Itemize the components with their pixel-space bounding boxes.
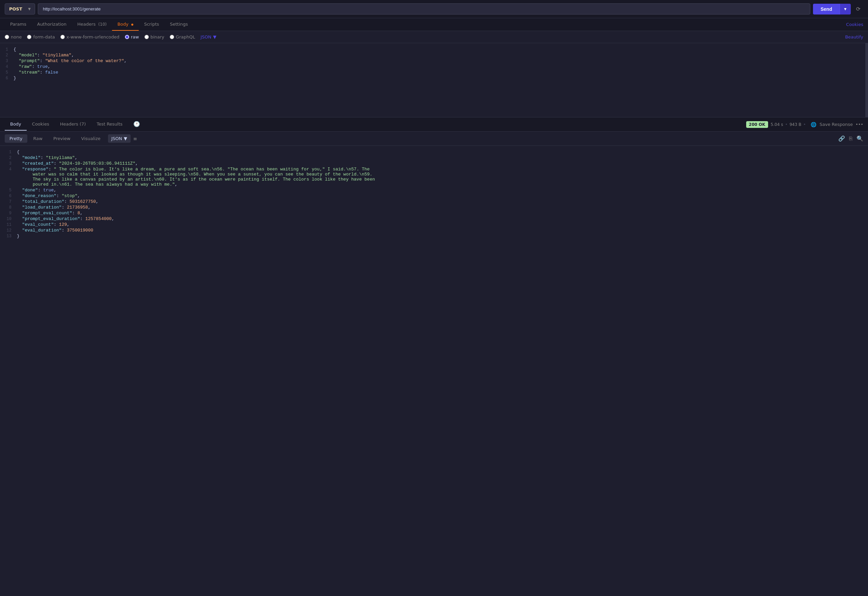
json-label: JSON [201,34,211,40]
resp-tab-body[interactable]: Body [5,118,27,131]
status-badge: 200 OK [746,121,768,128]
globe-icon: 🌐 [810,122,816,127]
code-line-4: 4 "raw": true, [0,64,868,69]
tab-settings[interactable]: Settings [164,18,193,31]
resp-tab-cookies[interactable]: Cookies [27,118,55,131]
tab-params[interactable]: Params [5,18,32,31]
send-btn-group: Send ▼ [813,4,850,15]
resp-meta: 5.04 s • 943 B • 🌐 [771,122,816,127]
resp-format-bar: Pretty Raw Preview Visualize JSON ▼ ≡ 🔗 … [0,131,868,146]
beautify-button[interactable]: Beautify [845,34,863,40]
code-line-5: 5 "stream": false [0,69,868,75]
option-raw[interactable]: raw [125,34,139,40]
resp-headers-badge: (7) [80,121,86,127]
resp-line-1: 1 { [0,149,868,155]
code-line-2: 2 "model": "tinyllama", [0,52,868,58]
chevron-down-icon: ▼ [213,34,216,40]
option-form-data[interactable]: form-data [27,34,55,40]
resp-line-2: 2 "model": "tinyllama", [0,155,868,161]
resp-time: 5.04 s [771,122,783,127]
link-icon[interactable]: 🔗 [838,135,845,142]
fmt-tab-preview[interactable]: Preview [49,134,75,143]
resp-line-7: 7 "total_duration": 5031627750, [0,199,868,205]
tab-headers[interactable]: Headers (10) [72,18,112,31]
option-binary[interactable]: binary [145,34,164,40]
resp-line-11: 11 "eval_count": 129, [0,222,868,227]
body-dot [131,24,133,26]
resp-tab-headers[interactable]: Headers (7) [55,118,92,131]
resp-size: 943 B [789,122,801,127]
filter-icon[interactable]: ≡ [133,136,137,142]
url-input[interactable] [38,3,810,15]
response-panel: Body Cookies Headers (7) Test Results 🕐 … [0,118,868,596]
response-tabs-bar: Body Cookies Headers (7) Test Results 🕐 … [0,118,868,131]
resp-line-6: 6 "done_reason": "stop", [0,193,868,199]
history-icon-tab[interactable]: 🕐 [128,118,145,131]
method-dropdown[interactable]: POST ▼ [5,3,35,15]
code-line-6: 6 } [0,75,868,81]
body-options-bar: none form-data x-www-form-urlencoded raw… [0,31,868,43]
resp-line-4: 4 "response": " The color is blue. It's … [0,167,868,187]
option-graphql[interactable]: GraphQL [170,34,195,40]
fmt-tab-raw[interactable]: Raw [29,134,47,143]
top-bar: POST ▼ Send ▼ ⟳ [0,0,868,18]
request-tabs: Params Authorization Headers (10) Body S… [0,18,868,31]
resp-line-13: 13 } [0,233,868,239]
search-icon[interactable]: 🔍 [856,135,863,142]
cookies-link[interactable]: Cookies [846,19,863,30]
resp-json-format-dropdown[interactable]: JSON ▼ [108,134,131,143]
tab-body[interactable]: Body [112,18,139,31]
send-dropdown-button[interactable]: ▼ [840,4,851,15]
resp-json-label: JSON [111,136,122,141]
response-body-viewer: 1 { 2 "model": "tinyllama", 3 "created_a… [0,146,868,596]
option-urlencoded[interactable]: x-www-form-urlencoded [61,34,120,40]
resp-line-5: 5 "done": true, [0,187,868,193]
tab-scripts[interactable]: Scripts [139,18,164,31]
save-response-button[interactable]: Save Response [820,122,853,127]
fmt-tab-pretty[interactable]: Pretty [5,134,27,143]
chevron-down-icon: ▼ [28,7,31,11]
json-format-dropdown[interactable]: JSON ▼ [201,34,216,40]
method-label: POST [9,6,22,12]
resp-action-icons: 🔗 ⎘ 🔍 [838,135,863,142]
more-options-button[interactable]: ••• [856,122,863,127]
resp-line-3: 3 "created_at": "2024-10-26T05:03:06.941… [0,161,868,167]
code-line-1: 1 { [0,47,868,52]
scrollbar-track [865,43,868,117]
app-container: POST ▼ Send ▼ ⟳ Params Authorization Hea… [0,0,868,596]
copy-icon[interactable]: ⎘ [849,135,852,142]
fmt-tab-visualize[interactable]: Visualize [77,134,105,143]
resp-tab-test-results[interactable]: Test Results [91,118,128,131]
code-line-3: 3 "prompt": "What the color of the water… [0,58,868,64]
request-body-editor[interactable]: 1 { 2 "model": "tinyllama", 3 "prompt": … [0,43,868,118]
refresh-icon[interactable]: ⟳ [853,4,863,13]
tab-authorization[interactable]: Authorization [32,18,72,31]
option-none[interactable]: none [5,34,22,40]
chevron-down-icon: ▼ [124,136,127,141]
resp-line-8: 8 "load_duration": 21736958, [0,205,868,210]
headers-badge: (10) [98,22,107,27]
resp-line-12: 12 "eval_duration": 3750019000 [0,227,868,233]
send-button[interactable]: Send [813,4,839,15]
resp-line-10: 10 "prompt_eval_duration": 1257854000, [0,216,868,222]
resp-line-9: 9 "prompt_eval_count": 8, [0,210,868,216]
